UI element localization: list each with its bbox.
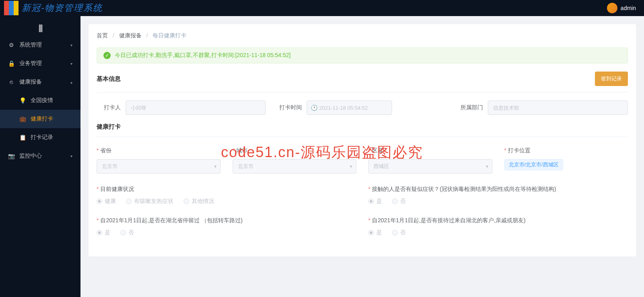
time-label: 打卡时间 [278,104,302,111]
radio-yes: 是 [368,229,382,236]
section-title-basic: 基本信息 [97,75,121,83]
hubei-contact-radio-group: 是 否 [368,229,628,236]
sidebar-item-health[interactable]: ⎋健康报备 ▴ [0,73,80,91]
alert-text: 今日已成功打卡,勤洗手,戴口罩,不群聚,打卡时间:[2021-11-18 05:… [115,52,291,59]
radio-healthy: 健康 [97,198,116,205]
lock-icon: 🔒 [8,60,14,67]
user-area[interactable]: admin [607,3,636,13]
radio-yes: 是 [97,229,110,236]
top-header: 新冠-物资管理系统 admin [0,0,644,16]
sidebar-item-label: 监控中心 [19,152,42,160]
check-circle-icon: ✓ [103,52,111,59]
sidebar-item-label: 系统管理 [19,41,42,49]
city-select: 北京市 [233,159,357,174]
breadcrumb-section[interactable]: 健康报备 [119,32,142,39]
time-input [307,100,392,115]
hubei-stay-label: *自2021年1月1日起,是否在湖北省停留过 （包括转车路过) [97,217,356,224]
app-title: 新冠-物资管理系统 [22,2,103,14]
radio-other: 其他情况 [184,198,214,205]
location-label: *打卡位置 [504,147,628,154]
district-select: 西城区 [368,159,492,174]
person-input [126,100,266,115]
location-tag: 北京市/北京市/西城区 [504,159,563,170]
username: admin [621,5,636,11]
sidebar-item-label: 业务管理 [19,60,42,67]
health-radio-group: 健康 有咳嗽发热症状 其他情况 [97,198,356,205]
sidebar-sub-epidemic[interactable]: 💡全国疫情 [0,91,80,110]
sidebar-sub-checkin[interactable]: 💼健康打卡 [0,110,80,128]
report-icon: ⎋ [8,79,14,85]
briefcase-icon: 💼 [19,116,26,122]
breadcrumb-home[interactable]: 首页 [97,32,108,39]
sidebar: ||| ⚙系统管理 ▾ 🔒业务管理 ▾ ⎋健康报备 ▴ 💡全国疫情 💼健康打卡 … [0,16,80,297]
dept-label: 所属部门 [459,104,483,111]
city-label: *城市 [233,147,357,154]
radio-no: 否 [392,198,406,205]
radio-no: 否 [120,229,134,236]
chevron-down-icon: ▾ [350,164,352,169]
sidebar-item-label: 打卡记录 [31,134,53,141]
radio-cough: 有咳嗽发热症状 [126,198,173,205]
radio-no: 否 [392,229,406,236]
chevron-down-icon: ▾ [70,61,72,66]
radio-yes: 是 [368,198,382,205]
sidebar-sub-records[interactable]: 📋打卡记录 [0,128,80,147]
clock-icon: 🕐 [311,104,318,111]
dept-input [488,100,628,115]
breadcrumb: 首页 / 健康报备 / 每日健康打卡 [97,32,628,39]
hubei-stay-radio-group: 是 否 [97,229,356,236]
sidebar-item-monitor[interactable]: 📷监控中心 ▾ [0,147,80,165]
health-status-label: *目前健康状况 [97,186,356,193]
logo-icon [4,1,19,15]
contact-label: *接触的人是否有疑似症状？(冠状病毒检测结果为阳性或尚在等待检测结构) [368,186,628,193]
clipboard-icon: 📋 [19,134,26,141]
district-label: *区县 [368,147,492,154]
gear-icon: ⚙ [8,42,14,48]
province-select: 北京市 [97,159,221,174]
chevron-up-icon: ▴ [70,80,72,84]
sidebar-collapse-btn[interactable]: ||| [0,20,80,36]
hubei-contact-label: *自2021年1月1日起,是否有接待过来自湖北的客户,亲戚或朋友) [368,217,628,224]
chevron-down-icon: ▾ [486,164,488,169]
breadcrumb-current: 每日健康打卡 [153,32,186,39]
person-label: 打卡人 [97,104,121,111]
sidebar-item-label: 健康报备 [19,78,42,86]
logo-area: 新冠-物资管理系统 [4,1,103,15]
sidebar-item-label: 健康打卡 [31,115,53,123]
bulb-icon: 💡 [19,97,26,104]
contact-radio-group: 是 否 [368,198,628,205]
chevron-down-icon: ▾ [70,43,72,47]
camera-icon: 📷 [8,153,14,159]
chevron-down-icon: ▾ [214,164,217,169]
sidebar-item-label: 全国疫情 [31,97,53,104]
sidebar-item-system[interactable]: ⚙系统管理 ▾ [0,36,80,54]
avatar [607,3,617,13]
main-content: 首页 / 健康报备 / 每日健康打卡 ✓ 今日已成功打卡,勤洗手,戴口罩,不群聚… [80,16,644,297]
section-title-health: 健康打卡 [97,123,628,137]
sign-records-button[interactable]: 签到记录 [595,72,628,86]
success-alert: ✓ 今日已成功打卡,勤洗手,戴口罩,不群聚,打卡时间:[2021-11-18 0… [97,47,628,63]
sidebar-item-business[interactable]: 🔒业务管理 ▾ [0,54,80,73]
province-label: *省份 [97,147,221,154]
chevron-down-icon: ▾ [70,154,72,158]
